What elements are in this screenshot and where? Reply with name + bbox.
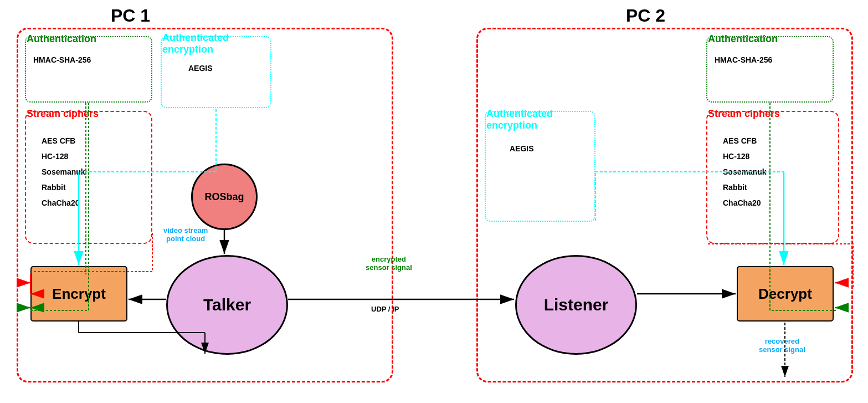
pc2-auth-box — [706, 36, 834, 103]
pc2-auth-title: Authentication — [708, 33, 778, 45]
listener-label: Listener — [544, 295, 609, 314]
pc1-stream-title: Stream ciphers — [27, 108, 99, 120]
pc1-auth-box — [25, 36, 152, 103]
encrypt-box: Encrypt — [30, 266, 127, 322]
talker-label: Talker — [203, 295, 251, 314]
pc1-authenc-title: Authenticatedencryption — [162, 32, 229, 55]
pc2-authenc-title: Authenticatedencryption — [486, 108, 553, 131]
pc1-hmac-label: HMAC-SHA-256 — [33, 55, 91, 64]
pc2-title: PC 2 — [626, 6, 665, 26]
talker-ellipse: Talker — [166, 255, 288, 355]
pc1-auth-title: Authentication — [27, 33, 96, 45]
video-stream-label: video streampoint cloud — [163, 226, 208, 243]
pc1-aegis-label: AEGIS — [188, 64, 213, 73]
pc2-stream-title: Stream ciphers — [708, 108, 780, 120]
pc2-stream-items: AES CFBHC-128SosemanukRabbitChaCha20 — [723, 133, 767, 211]
rosbag-label: ROSbag — [204, 191, 244, 203]
pc1-title: PC 1 — [111, 6, 150, 26]
pc2-aegis-label: AEGIS — [510, 144, 534, 153]
decrypt-label: Decrypt — [758, 285, 812, 303]
udp-label: UDP / IP — [371, 305, 399, 313]
decrypt-box: Decrypt — [737, 266, 834, 322]
rosbag-circle: ROSbag — [191, 164, 258, 230]
encrypted-sensor-label: encryptedsensor signal — [366, 255, 412, 272]
pc1-stream-items: AES CFBHC-128SosemanukRabbitChaCha20 — [42, 133, 85, 211]
recovered-label: recoveredsensor signal — [759, 337, 805, 354]
encrypt-label: Encrypt — [52, 285, 106, 303]
listener-ellipse: Listener — [515, 255, 637, 355]
pc2-hmac-label: HMAC-SHA-256 — [715, 55, 772, 64]
